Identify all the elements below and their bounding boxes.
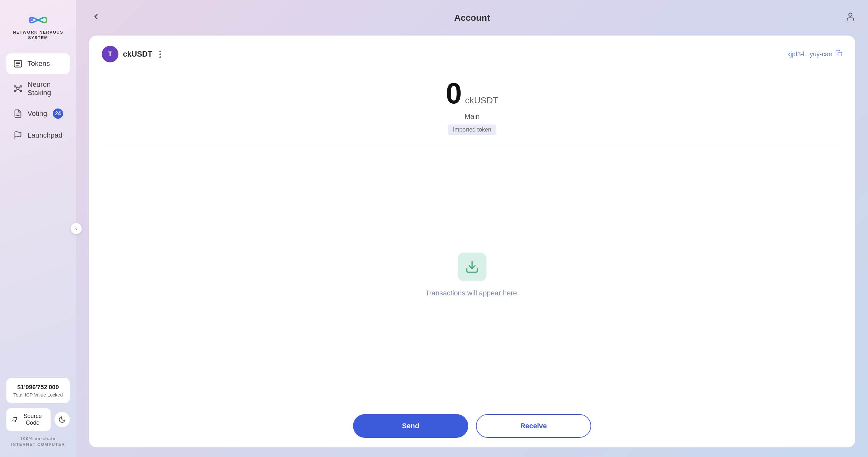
back-button[interactable] xyxy=(89,9,103,26)
token-header: T ckUSDT kjpf3-l...yuy-cae xyxy=(89,35,855,73)
balance-currency: ckUSDT xyxy=(465,95,498,105)
page-title: Account xyxy=(454,13,490,23)
token-address-area: kjpf3-l...yuy-cae xyxy=(787,50,842,59)
logo-area: NETWORK NERVOUS SYSTEM xyxy=(6,13,70,41)
transactions-area: Transactions will appear here. xyxy=(89,145,855,404)
footer-text: 100% on-chain INTERNET COMPUTER xyxy=(11,436,65,448)
token-address: kjpf3-l...yuy-cae xyxy=(787,51,832,58)
svg-line-12 xyxy=(19,89,20,91)
account-name: Main xyxy=(102,112,842,121)
sidebar-item-launchpad[interactable]: Launchpad xyxy=(6,125,70,146)
token-name: ckUSDT xyxy=(123,50,152,59)
back-icon xyxy=(92,12,100,21)
tokens-icon xyxy=(13,59,23,69)
voting-icon xyxy=(13,109,23,119)
svg-line-11 xyxy=(16,89,17,91)
launchpad-icon xyxy=(13,130,23,141)
voting-badge: 24 xyxy=(53,109,63,119)
sidebar-item-voting-label: Voting xyxy=(28,110,47,118)
tvl-label: Total ICP Value Locked xyxy=(13,392,63,397)
source-code-label: Source Code xyxy=(21,413,45,426)
bottom-actions: Source Code xyxy=(6,408,70,431)
profile-button[interactable] xyxy=(846,12,855,24)
token-avatar-letter: T xyxy=(108,50,112,58)
svg-rect-17 xyxy=(838,52,842,56)
tvl-card: $1'996'752'000 Total ICP Value Locked xyxy=(6,378,70,403)
action-bar: Send Receive xyxy=(89,404,855,448)
footer-line2: INTERNET COMPUTER xyxy=(11,442,65,447)
tvl-amount: $1'996'752'000 xyxy=(13,384,63,391)
token-left: T ckUSDT xyxy=(102,46,163,62)
page-header: Account xyxy=(89,9,855,26)
footer-line1: 100% on-chain xyxy=(21,436,56,441)
copy-address-button[interactable] xyxy=(835,50,842,59)
sidebar-item-neuron-staking[interactable]: Neuron Staking xyxy=(6,75,70,102)
logo-icon xyxy=(27,13,49,27)
menu-dot-1 xyxy=(159,51,161,52)
source-code-button[interactable]: Source Code xyxy=(6,408,51,431)
download-icon xyxy=(465,260,479,274)
sidebar-item-tokens-label: Tokens xyxy=(28,60,50,68)
logo-text: NETWORK NERVOUS SYSTEM xyxy=(6,30,70,41)
balance-row: 0 ckUSDT xyxy=(102,79,842,108)
svg-line-9 xyxy=(16,86,17,88)
sidebar: NETWORK NERVOUS SYSTEM Tokens xyxy=(0,0,76,457)
menu-dot-3 xyxy=(159,56,161,58)
sidebar-item-neuron-staking-label: Neuron Staking xyxy=(28,80,63,97)
token-avatar: T xyxy=(102,46,118,62)
moon-icon xyxy=(58,416,66,423)
empty-transactions-icon-container xyxy=(458,252,487,281)
account-card: T ckUSDT kjpf3-l...yuy-cae xyxy=(89,35,855,448)
sidebar-bottom: $1'996'752'000 Total ICP Value Locked So… xyxy=(6,378,70,448)
user-icon xyxy=(846,12,855,22)
send-button[interactable]: Send xyxy=(353,414,468,438)
copy-icon xyxy=(835,50,842,57)
balance-area: 0 ckUSDT Main Imported token xyxy=(89,73,855,145)
empty-transactions-text: Transactions will appear here. xyxy=(425,289,519,297)
svg-point-16 xyxy=(849,13,852,16)
receive-button[interactable]: Receive xyxy=(476,414,591,438)
theme-toggle-button[interactable] xyxy=(54,412,70,427)
github-icon xyxy=(12,416,17,423)
neuron-staking-icon xyxy=(13,84,23,94)
main-content: Account T ckUSDT kjpf3 xyxy=(76,0,868,457)
sidebar-collapse-button[interactable]: ‹ xyxy=(70,223,82,234)
sidebar-item-tokens[interactable]: Tokens xyxy=(6,54,70,74)
nav-menu: Tokens Neuron Staking xyxy=(6,54,70,146)
balance-amount: 0 xyxy=(446,79,462,108)
imported-token-badge: Imported token xyxy=(448,124,496,135)
token-menu-button[interactable] xyxy=(157,49,163,59)
sidebar-item-launchpad-label: Launchpad xyxy=(28,131,62,140)
svg-line-10 xyxy=(19,86,20,88)
menu-dot-2 xyxy=(159,54,161,55)
sidebar-item-voting[interactable]: Voting 24 xyxy=(6,103,70,124)
